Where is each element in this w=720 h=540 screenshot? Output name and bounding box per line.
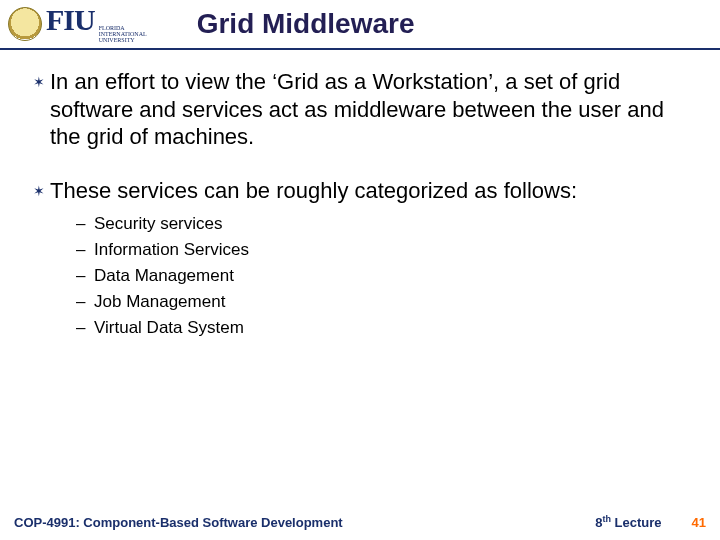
sublist-item: – Security services bbox=[76, 214, 692, 234]
dash-icon: – bbox=[76, 214, 94, 234]
bullet-text: In an effort to view the ‘Grid as a Work… bbox=[50, 68, 692, 151]
footer-center: 8th Lecture bbox=[595, 514, 661, 530]
header: FIU FLORIDA INTERNATIONAL UNIVERSITY Gri… bbox=[0, 0, 720, 50]
sublist-text: Data Management bbox=[94, 266, 234, 286]
slide-body: ✶ In an effort to view the ‘Grid as a Wo… bbox=[0, 50, 720, 338]
dash-icon: – bbox=[76, 240, 94, 260]
slide-title: Grid Middleware bbox=[147, 8, 712, 40]
dash-icon: – bbox=[76, 266, 94, 286]
sublist-item: – Virtual Data System bbox=[76, 318, 692, 338]
dash-icon: – bbox=[76, 318, 94, 338]
bullet-star-icon: ✶ bbox=[28, 68, 50, 90]
sublist: – Security services – Information Servic… bbox=[76, 214, 692, 338]
fiu-logo-subtext: FLORIDA INTERNATIONAL UNIVERSITY bbox=[99, 25, 147, 43]
sublist-text: Virtual Data System bbox=[94, 318, 244, 338]
bullet-star-icon: ✶ bbox=[28, 177, 50, 199]
fiu-logo-text: FIU bbox=[46, 5, 95, 35]
page-number: 41 bbox=[692, 515, 706, 530]
bullet-item: ✶ In an effort to view the ‘Grid as a Wo… bbox=[28, 68, 692, 151]
sublist-item: – Information Services bbox=[76, 240, 692, 260]
sublist-item: – Data Management bbox=[76, 266, 692, 286]
sublist-text: Information Services bbox=[94, 240, 249, 260]
sublist-text: Security services bbox=[94, 214, 222, 234]
sublist-item: – Job Management bbox=[76, 292, 692, 312]
bullet-text: These services can be roughly categorize… bbox=[50, 177, 692, 205]
sublist-text: Job Management bbox=[94, 292, 225, 312]
dash-icon: – bbox=[76, 292, 94, 312]
bullet-item: ✶ These services can be roughly categori… bbox=[28, 177, 692, 205]
university-seal-icon bbox=[8, 7, 42, 41]
logo-group: FIU FLORIDA INTERNATIONAL UNIVERSITY bbox=[8, 5, 147, 43]
footer-left: COP-4991: Component-Based Software Devel… bbox=[14, 515, 595, 530]
fiu-logo: FIU FLORIDA INTERNATIONAL UNIVERSITY bbox=[46, 5, 147, 43]
footer: COP-4991: Component-Based Software Devel… bbox=[0, 514, 720, 530]
